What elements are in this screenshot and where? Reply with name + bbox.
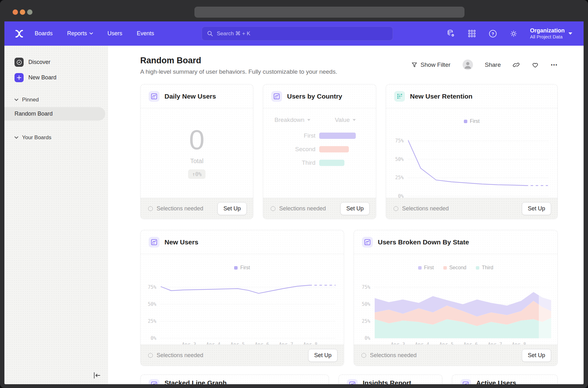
country-bar-row: First [263, 132, 376, 139]
country-bar-row: Second [263, 146, 376, 153]
set-up-button[interactable]: Set Up [217, 202, 247, 215]
insights-chart-icon [149, 379, 159, 384]
bar-first [319, 133, 356, 139]
app-window: Boards Reports Users Events Search ⌘ + K [0, 0, 588, 388]
user-avatar[interactable] [463, 60, 473, 70]
chevron-down-icon [307, 119, 310, 121]
value-dropdown[interactable]: Value [335, 117, 356, 123]
section-label: Your Boards [22, 134, 51, 141]
selections-needed-status: Selections needed [361, 352, 417, 359]
collapse-sidebar-button[interactable] [93, 372, 101, 379]
card-new-user-retention: New User Retention First 75%50%25%0% < D… [386, 84, 558, 219]
card-title: Daily New Users [164, 93, 216, 100]
y-axis-tick: 25% [362, 318, 370, 324]
y-axis-labels: 75%50%25%0% [386, 130, 408, 197]
nav-item-events[interactable]: Events [137, 30, 154, 37]
browser-address-bar[interactable] [194, 7, 464, 18]
compass-icon [14, 58, 24, 67]
zoom-window-button[interactable] [27, 9, 32, 15]
legend-label: Third [482, 265, 493, 271]
set-up-button[interactable]: Set Up [340, 202, 370, 215]
share-button[interactable]: Share [485, 61, 501, 68]
window-titlebar [0, 0, 588, 21]
show-filter-button[interactable]: Show Filter [411, 61, 451, 68]
legend-item: First [464, 118, 480, 124]
search-icon [207, 31, 213, 37]
y-axis-labels: 75%50%25%0% [141, 277, 161, 339]
help-icon[interactable]: ? [488, 29, 497, 38]
bar-label: Second [263, 146, 315, 153]
favorite-button[interactable] [532, 61, 539, 68]
filter-funnel-icon [411, 62, 418, 68]
sidebar-item-label: New Board [28, 74, 56, 81]
more-options-button[interactable]: ••• [551, 62, 558, 67]
breakdown-dropdown[interactable]: Breakdown [274, 117, 310, 123]
delta-badge: ↑0% [188, 169, 205, 179]
mixpanel-logo-icon[interactable] [14, 29, 24, 38]
nav-item-boards[interactable]: Boards [35, 30, 53, 37]
board-main: Random Board A high-level summary of use… [108, 46, 584, 384]
sidebar-item-discover[interactable]: Discover [4, 54, 108, 70]
nav-item-users[interactable]: Users [107, 30, 122, 37]
page-title: Random Board [140, 56, 201, 66]
minimize-window-button[interactable] [20, 9, 25, 15]
sidebar-item-new-board[interactable]: New Board [4, 70, 108, 85]
chevron-down-icon [568, 32, 572, 35]
status-circle-icon [148, 353, 153, 358]
svg-text:?: ? [492, 31, 494, 36]
chart-legend: FirstSecondThird [354, 265, 557, 271]
y-axis-tick: 75% [148, 284, 156, 290]
sidebar-section-pinned[interactable]: Pinned [4, 97, 108, 103]
stacked-area-chart-body: FirstSecondThird 75%50%25%0% Apr 3Apr 4A… [354, 254, 557, 345]
insights-chart-icon [362, 237, 373, 248]
status-circle-icon [148, 206, 153, 211]
insights-chart-icon [149, 237, 159, 248]
data-management-icon[interactable] [447, 29, 456, 38]
selections-needed-status: Selections needed [271, 205, 326, 212]
insights-chart-icon [149, 91, 159, 102]
copy-link-button[interactable] [513, 61, 520, 68]
card-users-by-country: Users by Country Breakdown Value [263, 84, 376, 219]
nav-right-actions: ? Organization All Project Data [447, 21, 572, 46]
y-axis-labels: 75%50%25%0% [354, 277, 375, 339]
card-title: Stacked Line Graph [164, 379, 227, 384]
card-insights-report: Insights Report [338, 374, 442, 384]
apps-grid-icon[interactable] [468, 29, 476, 38]
metric-label: Total [190, 157, 203, 165]
y-axis-tick: 25% [148, 318, 156, 324]
nav-item-reports[interactable]: Reports [67, 30, 93, 37]
state-stacked-area-chart [375, 277, 551, 339]
traffic-lights [13, 9, 32, 15]
sidebar-section-your-boards[interactable]: Your Boards [4, 134, 108, 141]
y-axis-tick: 50% [395, 157, 404, 162]
legend-label: First [240, 265, 250, 271]
sidebar-item-random-board[interactable]: Random Board [4, 107, 105, 121]
set-up-button[interactable]: Set Up [308, 349, 337, 362]
settings-gear-icon[interactable] [509, 29, 518, 38]
legend-label: First [424, 265, 434, 271]
chevron-down-icon [353, 119, 356, 121]
status-circle-icon [271, 206, 275, 211]
legend-swatch-icon [464, 120, 467, 123]
sidebar-item-label: Random Board [14, 111, 53, 117]
card-title: Users Broken Down By State [378, 238, 469, 246]
y-axis-tick: 75% [395, 138, 404, 144]
line-chart-body: First 75%50%25%0% Apr 3Apr 4Apr 5Apr 6Ap… [141, 254, 344, 345]
search-input[interactable]: Search ⌘ + K [202, 26, 393, 41]
legend-item: First [418, 265, 434, 271]
card-title: Active Users [476, 379, 516, 384]
show-filter-label: Show Filter [421, 61, 451, 68]
close-window-button[interactable] [13, 9, 18, 15]
metric-value: 0 [189, 127, 205, 152]
card-users-by-state: Users Broken Down By State FirstSecondTh… [354, 230, 558, 366]
org-switcher[interactable]: Organization All Project Data [530, 27, 572, 40]
legend-item: Third [476, 265, 493, 271]
ellipsis-icon: ••• [551, 62, 558, 67]
set-up-button[interactable]: Set Up [522, 202, 551, 215]
y-axis-tick: 25% [395, 175, 404, 180]
y-axis-tick: 0% [151, 335, 156, 341]
insights-chart-icon [460, 379, 471, 384]
set-up-button[interactable]: Set Up [522, 349, 551, 362]
chevron-down-icon [89, 32, 93, 35]
status-circle-icon [394, 206, 398, 211]
